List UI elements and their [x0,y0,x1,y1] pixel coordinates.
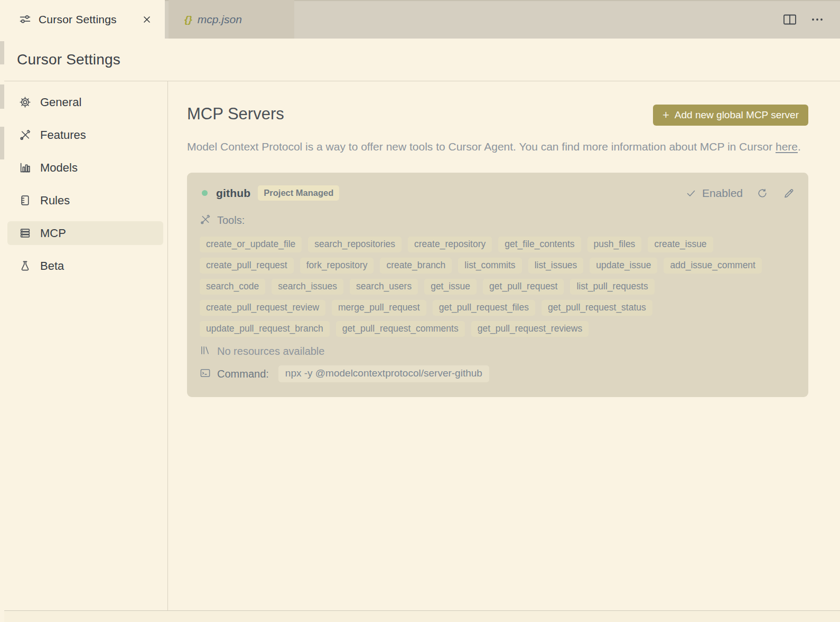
check-icon [685,187,697,199]
sidebar-item-label: Models [40,161,78,175]
tool-tag: create_pull_request_review [200,300,325,316]
enabled-toggle[interactable]: Enabled [685,187,743,200]
tool-tag: fork_repository [300,258,374,274]
split-editor-icon[interactable] [782,12,798,27]
tool-tag: get_pull_request_reviews [471,321,589,337]
tool-tag: create_branch [380,258,452,274]
sliders-icon [19,13,31,25]
tool-tag: list_pull_requests [570,279,654,295]
section-description: Model Context Protocol is a way to offer… [187,137,808,156]
tool-tag-row: update_pull_request_branchget_pull_reque… [200,321,796,337]
tool-tag: get_issue [424,279,477,295]
page-header: Cursor Settings [0,39,840,81]
add-button-label: Add new global MCP server [675,109,799,121]
project-managed-badge: Project Managed [258,185,339,201]
page-title: Cursor Settings [17,51,120,68]
left-edge-sliver [0,0,4,622]
left-edge-sliver [0,41,4,64]
tool-tag: create_or_update_file [200,237,302,252]
settings-sidebar: General Features Models [0,81,168,610]
tool-tag: create_pull_request [200,258,294,274]
server-name: github [216,187,250,200]
tools-label: Tools: [217,214,245,227]
add-global-mcp-server-button[interactable]: + Add new global MCP server [653,105,808,126]
sidebar-item-models[interactable]: Models [7,156,163,180]
plus-icon: + [662,109,669,121]
tab-label: Cursor Settings [39,13,117,26]
here-link[interactable]: here [776,140,798,153]
tool-tag: search_code [200,279,265,295]
tools-icon [19,129,31,141]
description-text: Model Context Protocol is a way to offer… [187,140,776,153]
terminal-icon [200,367,211,381]
tool-tag: update_pull_request_branch [200,321,330,337]
tab-cursor-settings[interactable]: Cursor Settings [4,0,165,39]
status-bar-strip [0,610,840,622]
close-icon[interactable] [139,12,154,27]
tool-tag: push_files [587,237,642,252]
section-title: MCP Servers [187,105,284,124]
tool-tag: get_pull_request_comments [336,321,465,337]
sidebar-item-label: General [40,96,81,109]
sidebar-item-label: Beta [40,259,64,273]
editor-tab-bar: Cursor Settings {} mcp.json [4,0,840,39]
sidebar-item-mcp[interactable]: MCP [7,221,163,245]
tool-tag: get_pull_request [483,279,564,295]
tool-tag: get_file_contents [498,237,581,252]
tool-tag-row: create_pull_request_reviewmerge_pull_req… [200,300,796,316]
more-actions-icon[interactable] [809,12,825,27]
refresh-icon[interactable] [755,186,769,200]
left-edge-sliver [0,127,4,159]
tab-mcp-json[interactable]: {} mcp.json [169,0,294,39]
tool-tag: get_pull_request_files [433,300,535,316]
bar-chart-icon [19,162,31,174]
mcp-settings-panel: MCP Servers + Add new global MCP server … [169,81,840,610]
tool-tag: create_issue [648,237,713,252]
server-status-dot [202,190,208,196]
resources-text: No resources available [217,345,324,357]
tool-tag: list_commits [458,258,521,274]
enabled-label: Enabled [702,187,743,200]
tool-tag: get_pull_request_status [542,300,652,316]
tab-label: mcp.json [198,13,242,26]
json-braces-icon: {} [184,14,192,25]
sidebar-item-rules[interactable]: Rules [7,189,163,212]
sidebar-item-features[interactable]: Features [7,123,163,147]
sidebar-item-general[interactable]: General [7,90,163,114]
command-value: npx -y @modelcontextprotocol/server-gith… [278,365,489,382]
tool-tag: add_issue_comment [664,258,761,274]
command-label: Command: [217,368,269,380]
tool-tag-row: search_codesearch_issuessearch_usersget_… [200,279,796,295]
mcp-server-card: github Project Managed Enabled [187,173,808,397]
edit-pencil-icon[interactable] [782,186,796,200]
flask-icon [19,260,31,272]
left-edge-sliver [0,84,4,109]
tool-tag: create_repository [408,237,492,252]
tool-tag: merge_pull_request [332,300,426,316]
tool-tag: search_issues [272,279,343,295]
tool-tag-row: create_pull_requestfork_repositorycreate… [200,258,796,274]
tools-icon [200,214,211,227]
tool-tag: search_users [350,279,418,295]
ruled-page-icon [19,194,31,206]
tab-bar-actions [782,0,825,39]
description-suffix: . [798,140,801,153]
gear-icon [19,96,31,108]
library-icon [200,345,211,358]
tool-tag: search_repositories [308,237,402,252]
tool-tag: list_issues [528,258,584,274]
tool-tag-rows: create_or_update_filesearch_repositories… [200,237,796,337]
tool-tag-row: create_or_update_filesearch_repositories… [200,237,796,252]
tool-tag: update_issue [590,258,657,274]
sidebar-item-label: MCP [40,227,66,240]
server-stack-icon [19,227,31,239]
sidebar-item-label: Features [40,128,86,142]
sidebar-item-label: Rules [40,194,70,208]
sidebar-item-beta[interactable]: Beta [7,254,163,278]
